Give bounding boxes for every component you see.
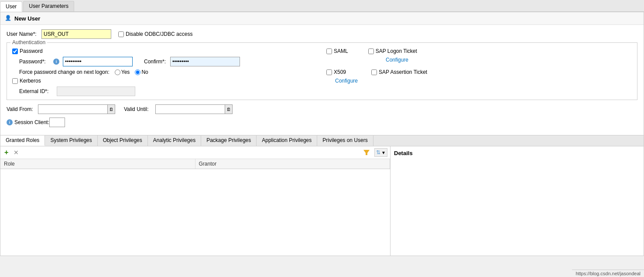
confirm-label: Confirm*:	[144, 59, 166, 65]
kerberos-row: Kerberos	[12, 78, 318, 84]
radio-yes[interactable]	[115, 69, 120, 75]
tab-user[interactable]: User	[0, 1, 22, 12]
auth-left-col: Password Password*: i Confirm*: Force pa…	[12, 48, 318, 96]
x509-checkbox[interactable]	[326, 69, 332, 75]
session-client-row: i Session Client:	[7, 118, 637, 127]
top-tabs: User User Parameters	[0, 0, 644, 12]
password-info-icon[interactable]: i	[53, 59, 59, 65]
bottom-tabs: Granted Roles System Privileges Object P…	[0, 135, 644, 146]
disable-odbc-checkbox[interactable]	[118, 31, 124, 37]
auth-right-col: SAML SAP Logon Ticket Configure	[326, 48, 632, 96]
username-row: User Name*: Disable ODBC/JDBC access	[7, 29, 637, 39]
table-body[interactable]	[0, 169, 390, 256]
valid-until-label: Valid Until:	[124, 106, 155, 112]
sort-button[interactable]: ⇅ ▼	[374, 148, 387, 157]
col-grantor: Grantor	[195, 159, 391, 169]
password-checkbox-label: Password	[12, 48, 43, 54]
tab-user-parameters[interactable]: User Parameters	[23, 1, 74, 11]
username-label: User Name*:	[7, 31, 41, 37]
details-title: Details	[394, 150, 640, 156]
remove-role-button[interactable]: ✕	[12, 149, 20, 156]
toolbar: + ✕ ⇅ ▼	[0, 146, 390, 159]
password-label: Password*:	[19, 59, 51, 65]
col-role: Role	[0, 159, 195, 169]
left-panel: + ✕ ⇅ ▼ Role Grantor	[0, 146, 391, 256]
sap-assertion-checkbox[interactable]	[371, 69, 377, 75]
tab-analytic-privileges[interactable]: Analytic Privileges	[148, 135, 201, 146]
password-checkbox-row: Password	[12, 48, 318, 54]
sap-logon-ticket-label: SAP Logon Ticket	[368, 48, 417, 54]
svg-marker-0	[363, 150, 370, 155]
confirm-input[interactable]	[170, 57, 240, 66]
saml-label: SAML	[326, 48, 348, 54]
saml-row: SAML SAP Logon Ticket	[326, 48, 632, 54]
tab-application-privileges[interactable]: Application Privileges	[257, 135, 317, 146]
disable-odbc-label: Disable ODBC/JDBC access	[118, 31, 192, 37]
session-client-info-icon[interactable]: i	[7, 119, 13, 125]
external-id-input[interactable]	[57, 87, 135, 96]
radio-yes-label: Yes	[115, 69, 130, 75]
tab-granted-roles[interactable]: Granted Roles	[0, 135, 45, 146]
tab-privileges-on-users[interactable]: Privileges on Users	[317, 135, 373, 146]
valid-from-label: Valid From:	[7, 106, 38, 112]
auth-grid: Password Password*: i Confirm*: Force pa…	[12, 48, 632, 96]
valid-from-calendar-btn[interactable]: 🗓	[107, 104, 115, 114]
configure-saml-link[interactable]: Configure	[386, 57, 408, 63]
sap-assertion-label: SAP Assertion Ticket	[371, 69, 427, 75]
session-client-input[interactable]	[49, 118, 65, 127]
valid-from-row: Valid From: 🗓 Valid Until: 🗓	[7, 104, 637, 114]
table-header: Role Grantor	[0, 159, 390, 169]
page-title: New User	[14, 15, 40, 22]
valid-until-calendar-btn[interactable]: 🗓	[225, 104, 233, 114]
sap-logon-ticket-checkbox[interactable]	[368, 48, 374, 54]
kerberos-label: Kerberos	[12, 78, 41, 84]
configure-x509-row: Configure	[333, 78, 632, 84]
radio-group: Yes No	[115, 69, 148, 75]
new-user-header: 👤 New User	[0, 12, 644, 25]
add-role-button[interactable]: +	[3, 148, 10, 157]
external-id-label: External ID*:	[19, 88, 54, 94]
main-panel: 👤 New User User Name*: Disable ODBC/JDBC…	[0, 12, 644, 256]
filter-icon[interactable]	[363, 149, 370, 156]
configure-saml-row: Configure	[333, 57, 632, 63]
right-panel: Details	[391, 146, 644, 256]
username-input[interactable]	[41, 29, 111, 39]
table-area: + ✕ ⇅ ▼ Role Grantor	[0, 146, 644, 256]
tab-package-privileges[interactable]: Package Privileges	[201, 135, 257, 146]
force-change-row: Force password change on next logon: Yes…	[19, 69, 318, 75]
radio-no-label: No	[135, 69, 148, 75]
external-id-row: External ID*:	[19, 87, 318, 96]
tab-system-privileges[interactable]: System Privileges	[45, 135, 97, 146]
valid-from-input[interactable]	[38, 104, 108, 114]
session-client-label: Session Client:	[14, 119, 49, 125]
tab-object-privileges[interactable]: Object Privileges	[98, 135, 148, 146]
password-checkbox[interactable]	[12, 48, 18, 54]
valid-until-input[interactable]	[155, 104, 225, 114]
password-input[interactable]	[63, 57, 133, 66]
password-row: Password*: i Confirm*:	[19, 57, 318, 66]
x509-label: X509	[326, 69, 346, 75]
radio-no[interactable]	[135, 69, 140, 75]
saml-checkbox[interactable]	[326, 48, 332, 54]
force-change-label: Force password change on next logon:	[19, 69, 110, 75]
user-icon: 👤	[5, 15, 12, 22]
x509-row: X509 SAP Assertion Ticket	[326, 69, 632, 75]
auth-section: Authentication Password Password*: i	[7, 42, 637, 100]
kerberos-checkbox[interactable]	[12, 78, 18, 84]
form-area: User Name*: Disable ODBC/JDBC access Aut…	[0, 25, 644, 135]
auth-legend: Authentication	[10, 39, 47, 45]
configure-x509-link[interactable]: Configure	[335, 78, 358, 84]
